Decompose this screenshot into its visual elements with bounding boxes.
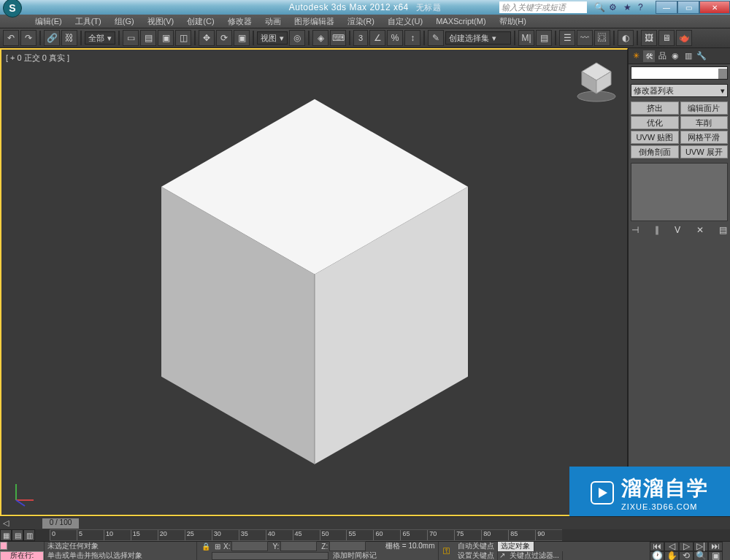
setkey-button[interactable]: 设置关键点: [455, 551, 498, 561]
select-button[interactable]: ▭: [123, 30, 139, 46]
render-button[interactable]: 🫖: [676, 30, 692, 46]
timeline-ruler[interactable]: 051015202530354045505560657075808590: [50, 529, 562, 541]
time-slider[interactable]: ◁ 0 / 100: [0, 516, 730, 529]
mod-btn-0[interactable]: 挤出: [631, 101, 679, 115]
play-end-button[interactable]: ⏭: [708, 542, 723, 551]
mod-btn-3[interactable]: 车削: [680, 116, 729, 129]
curve-editor-button[interactable]: 〰: [577, 30, 593, 46]
window-crossing-button[interactable]: ◫: [175, 30, 191, 46]
key-icon[interactable]: ⚿: [443, 547, 450, 555]
modifier-list-dropdown[interactable]: 修改器列表▾: [631, 84, 728, 97]
viewcube[interactable]: [573, 57, 620, 104]
show-end-icon[interactable]: ∥: [655, 225, 659, 235]
ruler-tick: 75: [454, 530, 481, 540]
scale-button[interactable]: ▣: [234, 30, 250, 46]
menu-create[interactable]: 创建(C): [181, 15, 220, 28]
play-prev-button[interactable]: ◁: [664, 542, 679, 551]
keyfilter-button[interactable]: 关键点过滤器...: [507, 551, 563, 561]
mod-btn-6[interactable]: 倒角剖面: [631, 145, 679, 158]
object-name-field[interactable]: [631, 66, 728, 80]
autokey-button[interactable]: 自动关键点: [455, 542, 498, 551]
track-icon-2[interactable]: ▤: [12, 529, 23, 541]
menu-view[interactable]: 视图(V): [142, 15, 180, 28]
utilities-tab-icon[interactable]: 🔧: [696, 50, 707, 62]
mod-btn-1[interactable]: 编辑面片: [680, 101, 729, 115]
color-swatch[interactable]: [718, 69, 727, 79]
menu-maxscript[interactable]: MAXScript(M): [430, 15, 491, 27]
coord-icon[interactable]: ⊞: [215, 542, 220, 551]
snap-toggle[interactable]: 3: [353, 30, 368, 46]
z-input[interactable]: [329, 541, 366, 551]
menu-tools[interactable]: 工具(T): [69, 15, 107, 28]
lock-icon[interactable]: 🔒: [201, 542, 210, 551]
percent-snap-button[interactable]: %: [387, 30, 403, 46]
select-name-button[interactable]: ▤: [140, 30, 156, 46]
keytype-icon[interactable]: ↗: [499, 551, 505, 561]
named-sel-edit-button[interactable]: ✎: [428, 30, 444, 46]
unlink-button[interactable]: ⛓: [61, 30, 77, 46]
menu-group[interactable]: 组(G): [109, 15, 140, 28]
redo-button[interactable]: ↷: [20, 30, 36, 46]
menu-modifiers[interactable]: 修改器: [222, 15, 258, 28]
play-button[interactable]: ▷: [679, 542, 694, 551]
display-tab-icon[interactable]: ▥: [683, 50, 694, 62]
use-center-button[interactable]: ◎: [289, 30, 305, 46]
menu-grapheditor[interactable]: 图形编辑器: [288, 15, 340, 28]
configure-icon[interactable]: ▤: [719, 225, 727, 235]
nav-zoom-button[interactable]: 🔍: [694, 551, 708, 561]
y-input[interactable]: [280, 541, 317, 551]
render-setup-button[interactable]: 🖼: [641, 30, 657, 46]
frame-indicator[interactable]: 0 / 100: [42, 518, 79, 529]
timeconfig-button[interactable]: 🕐: [650, 551, 664, 561]
nav-orbit-button[interactable]: ⟲: [679, 551, 694, 561]
viewport-label[interactable]: [ + 0 正交 0 真实 ]: [6, 53, 69, 64]
mirror-button[interactable]: M|: [518, 30, 534, 46]
mod-btn-5[interactable]: 网格平滑: [680, 131, 729, 144]
material-editor-button[interactable]: ◐: [618, 30, 634, 46]
hierarchy-tab-icon[interactable]: 品: [656, 50, 668, 62]
selobj-dropdown[interactable]: 选定对象: [498, 542, 534, 551]
nav-pan-button[interactable]: ✋: [664, 551, 679, 561]
angle-snap-button[interactable]: ∠: [369, 30, 385, 46]
manip-button[interactable]: ◈: [312, 30, 328, 46]
play-next-button[interactable]: ▷|: [694, 542, 708, 551]
play-start-button[interactable]: ⏮: [650, 542, 664, 551]
mod-btn-2[interactable]: 优化: [631, 116, 679, 129]
viewport[interactable]: [ + 0 正交 0 真实 ]: [0, 48, 628, 516]
make-unique-icon[interactable]: Ⅴ: [675, 225, 680, 235]
filter-scope-dropdown[interactable]: 全部▾: [85, 31, 115, 45]
menu-render[interactable]: 渲染(R): [342, 15, 380, 28]
rendered-frame-button[interactable]: 🖥: [658, 30, 675, 46]
modifier-stack[interactable]: [631, 163, 728, 221]
rotate-button[interactable]: ⟳: [216, 30, 232, 46]
remove-mod-icon[interactable]: ✕: [696, 225, 704, 235]
x-input[interactable]: [231, 541, 268, 551]
refcoord-dropdown[interactable]: 视图▾: [257, 31, 288, 45]
slider-left-icon[interactable]: ◁: [3, 518, 13, 529]
modify-tab-icon[interactable]: 🛠: [643, 50, 655, 62]
undo-button[interactable]: ↶: [3, 30, 19, 46]
keymode-button[interactable]: ⌨: [330, 30, 346, 46]
schematic-button[interactable]: ⿴: [594, 30, 610, 46]
menu-help[interactable]: 帮助(H): [493, 15, 532, 28]
track-icon-1[interactable]: ▦: [0, 529, 12, 541]
menu-anim[interactable]: 动画: [259, 15, 287, 28]
layer-button[interactable]: ☰: [559, 30, 575, 46]
add-marker[interactable]: 添加时间标记: [333, 551, 377, 560]
link-button[interactable]: 🔗: [44, 30, 60, 46]
mod-btn-7[interactable]: UVW 展开: [680, 145, 729, 158]
menu-edit[interactable]: 编辑(E): [29, 15, 68, 28]
track-icon-3[interactable]: ▥: [23, 529, 35, 541]
pin-stack-icon[interactable]: ⊣: [631, 225, 639, 235]
move-button[interactable]: ✥: [199, 30, 215, 46]
mod-btn-4[interactable]: UVW 贴图: [631, 131, 679, 144]
nav-max-button[interactable]: ▣: [708, 551, 723, 561]
motion-tab-icon[interactable]: ◉: [669, 50, 681, 62]
named-selset-dropdown[interactable]: 创建选择集▾: [445, 31, 511, 45]
spinner-snap-button[interactable]: ↕: [404, 30, 420, 46]
create-tab-icon[interactable]: ✳: [630, 50, 642, 62]
time-tag-field[interactable]: [212, 552, 328, 560]
align-button[interactable]: ▤: [536, 30, 552, 46]
select-region-button[interactable]: ▣: [158, 30, 174, 46]
menu-customize[interactable]: 自定义(U): [382, 15, 429, 28]
